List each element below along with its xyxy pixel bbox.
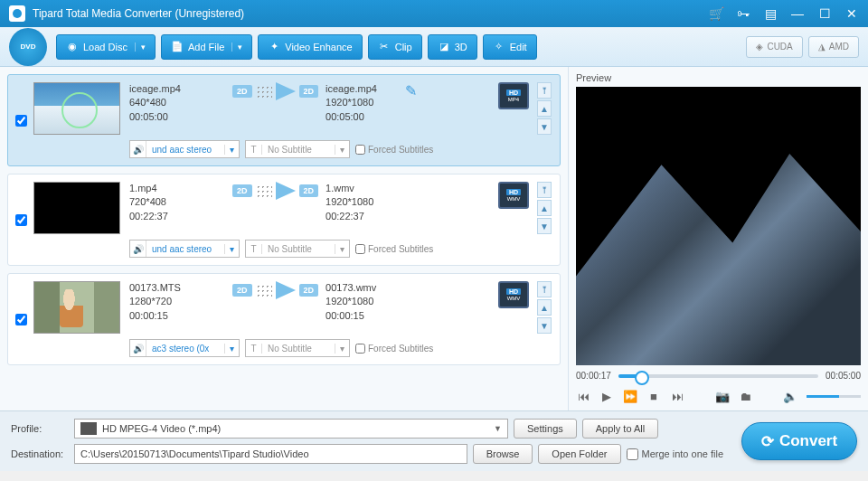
forced-subtitles-checkbox[interactable]: Forced Subtitles [355, 140, 433, 158]
file-thumbnail[interactable] [33, 82, 120, 135]
forced-label: Forced Subtitles [368, 244, 433, 254]
move-down-button[interactable]: ▼ [537, 118, 552, 135]
apply-to-all-button[interactable]: Apply to All [582, 419, 658, 439]
move-up-button[interactable]: ▲ [537, 200, 552, 216]
subtitle-icon: T [246, 244, 262, 254]
browse-button[interactable]: Browse [473, 444, 533, 464]
forced-subtitles-checkbox[interactable]: Forced Subtitles [355, 339, 433, 357]
video-enhance-button[interactable]: ✦ Video Enhance [258, 34, 362, 60]
feedback-icon[interactable]: ▤ [763, 6, 778, 21]
amd-button[interactable]: ◮ AMD [808, 36, 859, 58]
edit-button[interactable]: ✧ Edit [483, 34, 537, 60]
destination-value: C:\Users\20150713\Documents\Tipard Studi… [80, 448, 309, 459]
forced-checkbox-input[interactable] [355, 145, 365, 155]
move-down-button[interactable]: ▼ [537, 317, 552, 334]
close-button[interactable]: ✕ [844, 6, 859, 21]
dst-2d-badge: 2D [299, 85, 319, 98]
chevron-down-icon: ▾ [335, 244, 349, 254]
chevron-down-icon: ▼ [494, 424, 502, 433]
load-disc-button[interactable]: ◉ Load Disc ▾ [56, 34, 156, 60]
cart-icon[interactable]: 🛒 [709, 6, 723, 21]
seek-slider[interactable] [618, 374, 818, 378]
bottom-bar: Profile: HD MPEG-4 Video (*.mp4) ▼ Setti… [0, 410, 868, 471]
dst-resolution: 1920*1080 [326, 195, 405, 209]
arrow-icon [276, 82, 296, 100]
volume-icon[interactable]: 🔈 [783, 390, 797, 403]
dst-filename: 00173.wmv [326, 281, 405, 295]
clip-label: Clip [395, 42, 412, 52]
open-snapshot-folder-button[interactable]: 🖿 [739, 390, 753, 403]
three-d-button[interactable]: ◪ 3D [428, 34, 477, 60]
convert-button[interactable]: ⟳ Convert [741, 422, 857, 460]
stop-button[interactable]: ■ [646, 390, 661, 403]
audio-track-select[interactable]: 🔊 und aac stereo ▾ [129, 140, 240, 158]
file-row[interactable]: 1.mp4 720*408 00:22:37 2D 2D 1.wmv 1920*… [7, 174, 561, 266]
fast-forward-button[interactable]: ⏩ [623, 390, 637, 403]
output-format-button[interactable]: HD MP4 [498, 82, 529, 109]
add-file-label: Add File [188, 42, 224, 52]
play-button[interactable]: ▶ [599, 390, 614, 403]
scissors-icon: ✂ [378, 41, 391, 53]
move-up-button[interactable]: ▲ [537, 299, 552, 316]
hd-badge: HD [506, 90, 521, 96]
time-current: 00:00:17 [576, 371, 611, 381]
forced-checkbox-input[interactable] [355, 344, 365, 354]
add-file-button[interactable]: 📄 Add File ▾ [161, 34, 252, 60]
destination-input[interactable]: C:\Users\20150713\Documents\Tipard Studi… [74, 444, 467, 464]
move-top-button[interactable]: ⤒ [537, 82, 552, 99]
file-checkbox[interactable] [15, 314, 27, 325]
merge-checkbox-input[interactable] [627, 448, 638, 460]
titlebar: Tipard Total Media Converter (Unregister… [0, 0, 868, 27]
destination-label: Destination: [11, 448, 69, 459]
file-list: iceage.mp4 640*480 00:05:00 2D 2D iceage… [0, 67, 568, 410]
cuda-button[interactable]: ◈ CUDA [746, 36, 802, 58]
forced-checkbox-input[interactable] [355, 244, 365, 254]
file-checkbox[interactable] [15, 214, 27, 226]
file-row[interactable]: iceage.mp4 640*480 00:05:00 2D 2D iceage… [7, 74, 561, 166]
merge-checkbox[interactable]: Merge into one file [627, 448, 724, 460]
video-enhance-label: Video Enhance [285, 42, 352, 52]
move-up-button[interactable]: ▲ [537, 100, 552, 117]
file-row[interactable]: 00173.MTS 1280*720 00:00:15 2D 2D 00173.… [7, 273, 561, 365]
open-folder-button[interactable]: Open Folder [538, 444, 620, 464]
file-thumbnail[interactable] [33, 182, 120, 234]
maximize-button[interactable]: ☐ [817, 6, 832, 21]
file-checkbox[interactable] [15, 115, 27, 127]
preview-video[interactable] [576, 87, 861, 365]
settings-button[interactable]: Settings [514, 419, 577, 439]
subtitle-select[interactable]: T No Subtitle ▾ [245, 140, 350, 158]
subtitle-select[interactable]: T No Subtitle ▾ [245, 339, 350, 357]
dst-2d-badge: 2D [299, 284, 319, 297]
forced-subtitles-checkbox[interactable]: Forced Subtitles [355, 240, 433, 258]
volume-slider[interactable] [807, 395, 861, 398]
snapshot-button[interactable]: 📷 [715, 390, 730, 403]
move-down-button[interactable]: ▼ [537, 218, 552, 234]
clip-button[interactable]: ✂ Clip [368, 34, 422, 60]
audio-track-label: ac3 stereo (0x [146, 344, 224, 354]
minimize-button[interactable]: — [790, 6, 805, 21]
convert-label: Convert [779, 432, 837, 450]
three-d-icon: ◪ [438, 41, 450, 53]
dropdown-caret-icon[interactable]: ▾ [231, 42, 242, 52]
src-duration: 00:05:00 [129, 110, 225, 124]
move-top-button[interactable]: ⤒ [537, 281, 552, 297]
audio-track-select[interactable]: 🔊 ac3 stereo (0x ▾ [129, 339, 240, 357]
move-top-button[interactable]: ⤒ [537, 182, 552, 198]
profile-select[interactable]: HD MPEG-4 Video (*.mp4) ▼ [74, 419, 508, 439]
pencil-icon[interactable]: ✎ [405, 82, 418, 95]
subtitle-select[interactable]: T No Subtitle ▾ [245, 240, 350, 258]
audio-track-select[interactable]: 🔊 und aac stereo ▾ [129, 240, 240, 258]
prev-button[interactable]: ⏮ [576, 390, 590, 403]
output-format-button[interactable]: HD WMV [498, 182, 529, 209]
amd-icon: ◮ [818, 42, 826, 52]
next-button[interactable]: ⏭ [670, 390, 684, 403]
file-thumbnail[interactable] [33, 281, 120, 334]
dropdown-caret-icon[interactable]: ▾ [135, 42, 146, 52]
key-icon[interactable]: 🗝 [736, 6, 750, 21]
speaker-icon: 🔊 [130, 340, 146, 356]
preview-label: Preview [576, 71, 861, 87]
output-format-button[interactable]: HD WMV [498, 281, 529, 308]
forced-label: Forced Subtitles [368, 145, 433, 155]
subtitle-icon: T [246, 344, 262, 354]
merge-label: Merge into one file [642, 448, 724, 459]
